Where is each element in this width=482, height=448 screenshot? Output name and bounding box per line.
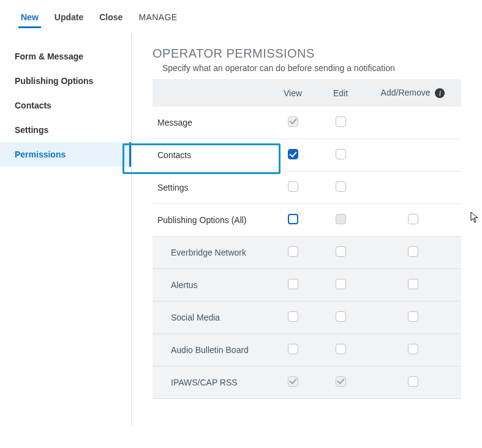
chk-ipaws-view[interactable] [288, 376, 298, 387]
top-tabs: New Update Close MANAGE [0, 0, 482, 28]
info-icon[interactable]: i [435, 88, 445, 98]
row-contacts: Contacts [153, 139, 461, 172]
chk-ipaws-edit[interactable] [336, 376, 346, 387]
chk-evb-view[interactable] [288, 246, 298, 257]
chk-message-edit[interactable] [336, 116, 346, 127]
page-title: OPERATOR PERMISSIONS [153, 47, 461, 61]
chk-alertus-edit[interactable] [336, 279, 346, 289]
row-publishing-all-label: Publishing Options (All) [153, 204, 269, 237]
chk-evb-edit[interactable] [336, 246, 346, 257]
row-settings: Settings [153, 172, 461, 204]
chk-alertus-addremove[interactable] [408, 279, 418, 289]
chk-social-edit[interactable] [336, 311, 346, 322]
table-header-row: View Edit Add/Remove i [153, 79, 461, 107]
chk-puball-edit[interactable] [336, 214, 346, 224]
chk-audio-addremove[interactable] [408, 344, 418, 354]
chk-settings-edit[interactable] [336, 181, 346, 192]
col-header-view: View [269, 79, 317, 107]
chk-contacts-edit[interactable] [336, 149, 346, 159]
row-social: Social Media [153, 302, 461, 334]
row-settings-label: Settings [153, 172, 269, 204]
cursor-icon [470, 211, 479, 224]
sidebar-item-form-message[interactable]: Form & Message [0, 44, 131, 69]
main-content: OPERATOR PERMISSIONS Specify what an ope… [132, 33, 482, 425]
chk-puball-addremove[interactable] [408, 214, 418, 224]
chk-social-view[interactable] [288, 311, 298, 322]
chk-message-view[interactable] [288, 116, 298, 127]
row-everbridge: Everbridge Network [153, 237, 461, 269]
sidebar-item-contacts[interactable]: Contacts [0, 93, 131, 118]
row-social-label: Social Media [153, 302, 269, 334]
page-subtitle: Specify what an operator can do before s… [162, 63, 461, 73]
tab-new[interactable]: New [18, 9, 41, 28]
row-audio: Audio Bulletin Board [153, 334, 461, 366]
chk-contacts-view[interactable] [288, 149, 298, 159]
sidebar: Form & Message Publishing Options Contac… [0, 33, 132, 425]
row-alertus-label: Alertus [153, 269, 269, 302]
row-publishing-all: Publishing Options (All) [153, 204, 461, 237]
row-contacts-label: Contacts [153, 139, 269, 172]
chk-audio-view[interactable] [288, 344, 298, 354]
chk-settings-view[interactable] [288, 181, 298, 192]
row-message-label: Message [153, 107, 269, 139]
col-header-addremove: Add/Remove i [364, 79, 461, 107]
chk-alertus-view[interactable] [288, 279, 298, 289]
row-message: Message [153, 107, 461, 139]
sidebar-item-permissions[interactable]: Permissions [0, 142, 131, 167]
chk-ipaws-addremove[interactable] [408, 376, 418, 387]
tab-manage[interactable]: MANAGE [136, 9, 179, 28]
sidebar-item-publishing-options[interactable]: Publishing Options [0, 69, 131, 93]
sidebar-item-settings[interactable]: Settings [0, 118, 131, 142]
chk-social-addremove[interactable] [408, 311, 418, 322]
row-ipaws: IPAWS/CAP RSS [153, 366, 461, 399]
col-header-edit: Edit [317, 79, 364, 107]
row-ipaws-label: IPAWS/CAP RSS [153, 366, 269, 399]
chk-evb-addremove[interactable] [408, 246, 418, 257]
tab-close[interactable]: Close [97, 9, 125, 28]
chk-audio-edit[interactable] [336, 344, 346, 354]
row-everbridge-label: Everbridge Network [153, 237, 269, 269]
tab-update[interactable]: Update [52, 9, 86, 28]
row-audio-label: Audio Bulletin Board [153, 334, 269, 366]
permissions-table: View Edit Add/Remove i Message Contacts [153, 79, 461, 399]
chk-puball-view[interactable] [288, 214, 298, 224]
col-header-addremove-label: Add/Remove [381, 88, 431, 97]
row-alertus: Alertus [153, 269, 461, 302]
